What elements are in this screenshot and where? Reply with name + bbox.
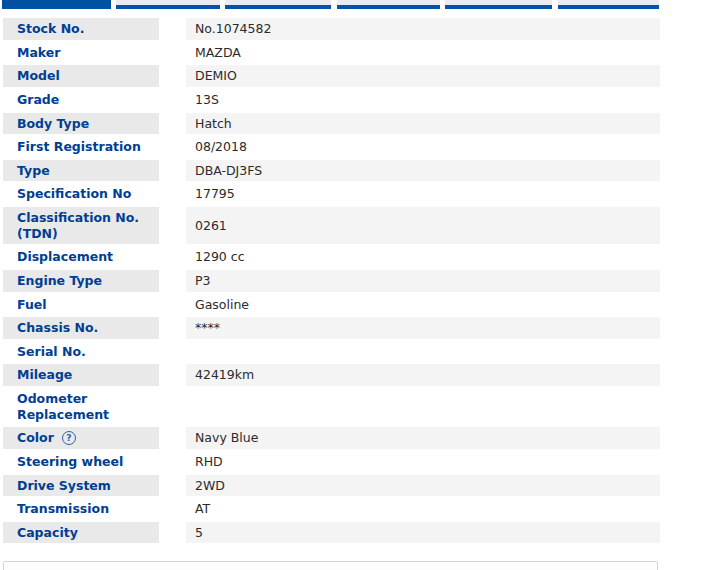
row-value: Gasoline — [186, 294, 660, 316]
table-row: First Registration08/2018 — [3, 136, 660, 158]
row-value: 5 — [186, 522, 660, 544]
row-label: Specification No — [3, 183, 159, 205]
row-label: Steering wheel — [3, 451, 159, 473]
tab-1-active[interactable] — [2, 0, 111, 9]
row-label: Mileage — [3, 364, 159, 386]
row-value: AT — [186, 498, 660, 520]
table-row: Specification No17795 — [3, 183, 660, 205]
row-label-text: Stock No. — [17, 21, 84, 37]
table-row: Mileage42419km — [3, 364, 660, 386]
row-label: Capacity — [3, 522, 159, 544]
table-row: MakerMAZDA — [3, 42, 660, 64]
row-value: 1290 cc — [186, 246, 660, 268]
row-label-text: Engine Type — [17, 273, 102, 289]
row-label: Displacement — [3, 246, 159, 268]
row-value — [186, 341, 660, 363]
row-label: First Registration — [3, 136, 159, 158]
row-label: Maker — [3, 42, 159, 64]
table-row: Classification No. (TDN)0261 — [3, 207, 660, 244]
row-value: RHD — [186, 451, 660, 473]
table-row: Stock No.No.1074582 — [3, 18, 660, 40]
row-label: Model — [3, 65, 159, 87]
row-label-text: Odometer Replacement — [17, 391, 155, 422]
row-label-text: Displacement — [17, 249, 113, 265]
row-label: Color? — [3, 427, 159, 449]
tab-3[interactable] — [225, 0, 331, 9]
row-label: Transmission — [3, 498, 159, 520]
row-label-text: Color — [17, 430, 54, 446]
row-label: Stock No. — [3, 18, 159, 40]
row-label: Drive System — [3, 475, 159, 497]
row-value: 17795 — [186, 183, 660, 205]
row-value: 2WD — [186, 475, 660, 497]
table-row: ModelDEMIO — [3, 65, 660, 87]
row-label: Engine Type — [3, 270, 159, 292]
table-row: Engine TypeP3 — [3, 270, 660, 292]
row-label-text: Grade — [17, 92, 59, 108]
row-label-text: Capacity — [17, 525, 78, 541]
tab-5[interactable] — [445, 0, 552, 9]
row-label: Fuel — [3, 294, 159, 316]
next-section-box — [3, 561, 658, 570]
table-row: TransmissionAT — [3, 498, 660, 520]
row-value: No.1074582 — [186, 18, 660, 40]
row-label-text: Drive System — [17, 478, 111, 494]
row-label-text: Fuel — [17, 297, 47, 313]
table-row: Displacement1290 cc — [3, 246, 660, 268]
table-row: Chassis No.**** — [3, 317, 660, 339]
row-label: Grade — [3, 89, 159, 111]
table-row: Drive System2WD — [3, 475, 660, 497]
table-row: Steering wheelRHD — [3, 451, 660, 473]
row-label-text: Maker — [17, 45, 61, 61]
tab-4[interactable] — [337, 0, 440, 9]
row-value: 0261 — [186, 207, 660, 244]
help-icon[interactable]: ? — [62, 431, 76, 445]
row-label-text: Chassis No. — [17, 320, 98, 336]
row-label: Odometer Replacement — [3, 388, 159, 425]
row-value: Navy Blue — [186, 427, 660, 449]
table-row: Serial No. — [3, 341, 660, 363]
row-value: 13S — [186, 89, 660, 111]
row-value: DBA-DJ3FS — [186, 160, 660, 182]
row-label-text: Model — [17, 68, 60, 84]
row-value: P3 — [186, 270, 660, 292]
tab-strip — [0, 0, 703, 9]
vehicle-spec-table: Stock No.No.1074582MakerMAZDAModelDEMIOG… — [3, 18, 660, 543]
row-label-text: Classification No. (TDN) — [17, 210, 155, 241]
table-row: Color?Navy Blue — [3, 427, 660, 449]
row-label: Serial No. — [3, 341, 159, 363]
row-value: **** — [186, 317, 660, 339]
row-label: Body Type — [3, 113, 159, 135]
table-row: Body TypeHatch — [3, 113, 660, 135]
row-value: MAZDA — [186, 42, 660, 64]
row-label-text: Specification No — [17, 186, 131, 202]
tab-6[interactable] — [558, 0, 659, 9]
row-value — [186, 388, 660, 425]
table-row: Capacity5 — [3, 522, 660, 544]
row-label-text: First Registration — [17, 139, 141, 155]
row-label: Classification No. (TDN) — [3, 207, 159, 244]
vehicle-spec-page: Stock No.No.1074582MakerMAZDAModelDEMIOG… — [0, 0, 703, 570]
row-value: 08/2018 — [186, 136, 660, 158]
row-label: Chassis No. — [3, 317, 159, 339]
row-label: Type — [3, 160, 159, 182]
row-label-text: Transmission — [17, 501, 109, 517]
row-label-text: Steering wheel — [17, 454, 123, 470]
tab-2[interactable] — [116, 0, 220, 9]
table-row: Odometer Replacement — [3, 388, 660, 425]
row-value: 42419km — [186, 364, 660, 386]
table-row: FuelGasoline — [3, 294, 660, 316]
row-label-text: Mileage — [17, 367, 72, 383]
row-value: DEMIO — [186, 65, 660, 87]
row-label-text: Body Type — [17, 116, 89, 132]
row-label-text: Type — [17, 163, 50, 179]
table-row: TypeDBA-DJ3FS — [3, 160, 660, 182]
row-value: Hatch — [186, 113, 660, 135]
row-label-text: Serial No. — [17, 344, 86, 360]
table-row: Grade13S — [3, 89, 660, 111]
